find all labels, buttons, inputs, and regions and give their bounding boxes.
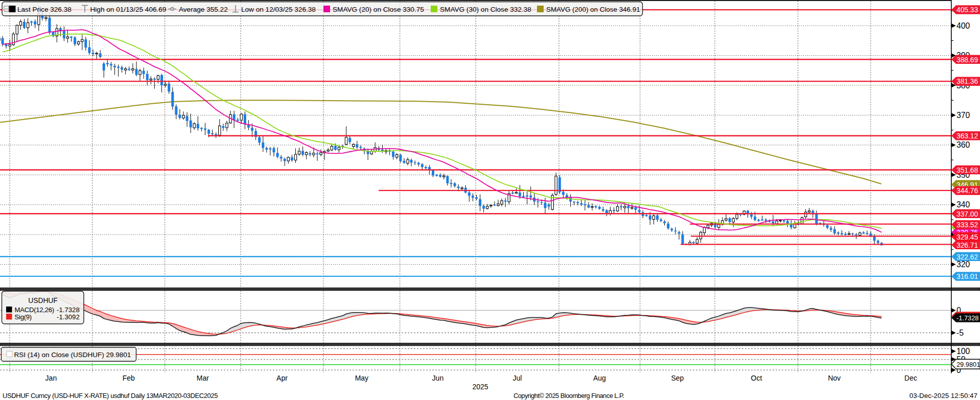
svg-text:337.00: 337.00 [956, 210, 978, 218]
svg-text:29.9801: 29.9801 [956, 361, 980, 368]
svg-text:Jan: Jan [45, 374, 57, 382]
svg-text:363.12: 363.12 [956, 132, 978, 140]
svg-text:SMAVG (20) on Close 330.75: SMAVG (20) on Close 330.75 [333, 6, 424, 13]
svg-text:320: 320 [956, 260, 970, 269]
svg-text:SMAVG (30) on Close 332.38: SMAVG (30) on Close 332.38 [440, 6, 531, 13]
svg-text:SMAVG (200) on Close 346.91: SMAVG (200) on Close 346.91 [546, 6, 640, 13]
svg-text:340: 340 [956, 200, 970, 209]
svg-text:-5: -5 [956, 328, 964, 337]
svg-text:360: 360 [956, 140, 970, 149]
svg-text:Nov: Nov [828, 374, 841, 382]
svg-text:-1.7328: -1.7328 [956, 314, 978, 322]
svg-text:USDHUF Curncy (USD-HUF X-RATE): USDHUF Curncy (USD-HUF X-RATE) usdhuf Da… [3, 392, 218, 399]
svg-text:Mar: Mar [197, 374, 209, 382]
svg-text:Dec: Dec [904, 374, 917, 382]
svg-text:Feb: Feb [123, 374, 135, 382]
svg-text:2025: 2025 [472, 383, 488, 391]
svg-text:03-Dec-2025 12:50:47: 03-Dec-2025 12:50:47 [909, 392, 977, 399]
svg-text:370: 370 [956, 111, 970, 120]
svg-text:Apr: Apr [276, 374, 288, 382]
svg-text:Copyright© 2025 Bloomberg Fina: Copyright© 2025 Bloomberg Finance L.P. [514, 392, 624, 399]
svg-text:Sig(9): Sig(9) [15, 313, 32, 321]
svg-text:405.33: 405.33 [956, 6, 978, 14]
svg-text:MACD(12,26): MACD(12,26) [15, 306, 54, 314]
svg-text:316.01: 316.01 [956, 273, 978, 280]
svg-text:-1.7328: -1.7328 [57, 306, 80, 314]
svg-text:Low on 12/03/25 326.38: Low on 12/03/25 326.38 [241, 6, 316, 13]
svg-text:333.52: 333.52 [956, 221, 978, 229]
svg-text:Jun: Jun [432, 374, 444, 382]
svg-text:344.76: 344.76 [956, 187, 978, 195]
svg-text:351.68: 351.68 [956, 167, 978, 174]
svg-text:322.62: 322.62 [956, 253, 978, 261]
svg-text:Aug: Aug [593, 374, 606, 382]
svg-text:Oct: Oct [751, 374, 762, 382]
svg-text:Average 355.22: Average 355.22 [179, 6, 228, 13]
svg-text:-1.3092: -1.3092 [57, 313, 80, 321]
svg-text:USDHUF: USDHUF [28, 297, 58, 304]
svg-text:326.71: 326.71 [956, 242, 978, 249]
svg-text:388.69: 388.69 [956, 56, 978, 64]
svg-text:381.36: 381.36 [956, 78, 978, 85]
svg-text:100: 100 [956, 347, 970, 356]
svg-text:Jul: Jul [513, 374, 522, 382]
svg-text:Sep: Sep [671, 374, 684, 382]
svg-text:400: 400 [956, 21, 970, 30]
svg-text:Last Price 326.38: Last Price 326.38 [17, 6, 72, 13]
svg-text:May: May [355, 374, 368, 382]
svg-text:RSI (14) on Close (USDHUF) 29: RSI (14) on Close (USDHUF) 29.9801 [14, 351, 131, 359]
svg-text:329.45: 329.45 [956, 233, 978, 241]
svg-text:High on 01/13/25 406.69: High on 01/13/25 406.69 [90, 6, 167, 13]
